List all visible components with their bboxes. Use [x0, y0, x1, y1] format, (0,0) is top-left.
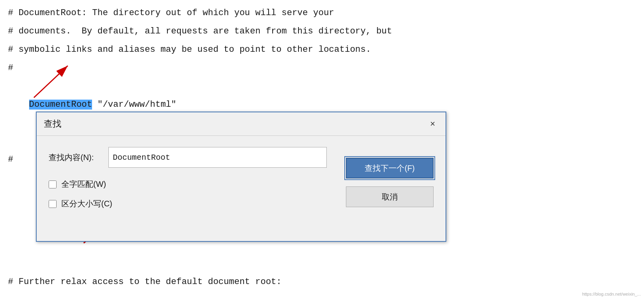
find-row: 查找内容(N): 全字匹配(W) 区分大小写(C) 查找下一个(F) 取消: [49, 147, 434, 218]
find-options-col: 查找内容(N): 全字匹配(W) 区分大小写(C): [49, 147, 327, 218]
code-line-4: #: [8, 59, 636, 77]
dialog-titlebar: 查找 ×: [37, 112, 446, 136]
find-input[interactable]: [108, 147, 327, 168]
bottom-code-line: # Further relax access to the default do…: [8, 277, 282, 287]
find-dialog: 查找 × 查找内容(N): 全字匹配(W) 区分大小写(C) 查找下一个(F): [36, 112, 446, 242]
cancel-button[interactable]: 取消: [346, 186, 434, 207]
whole-word-row: 全字匹配(W): [49, 179, 327, 190]
case-sensitive-label: 区分大小写(C): [61, 198, 112, 209]
watermark: https://blog.csdn.net/weixin_...: [582, 292, 641, 296]
case-sensitive-row: 区分大小写(C): [49, 198, 327, 209]
whole-word-label: 全字匹配(W): [61, 179, 106, 190]
dialog-body: 查找内容(N): 全字匹配(W) 区分大小写(C) 查找下一个(F) 取消: [37, 136, 446, 241]
case-sensitive-checkbox[interactable]: [49, 200, 57, 208]
close-button[interactable]: ×: [427, 118, 438, 130]
buttons-col: 查找下一个(F) 取消: [336, 158, 434, 207]
dialog-title: 查找: [44, 118, 61, 130]
code-line-2: # documents. By default, all requests ar…: [8, 22, 636, 41]
code-line-1: # DocumentRoot: The directory out of whi…: [8, 4, 636, 22]
find-label: 查找内容(N):: [49, 152, 100, 163]
whole-word-checkbox[interactable]: [49, 180, 57, 188]
code-line-3: # symbolic links and aliases may be used…: [8, 41, 636, 59]
find-next-button[interactable]: 查找下一个(F): [346, 158, 434, 178]
highlighted-documentroot: DocumentRoot: [29, 100, 92, 110]
